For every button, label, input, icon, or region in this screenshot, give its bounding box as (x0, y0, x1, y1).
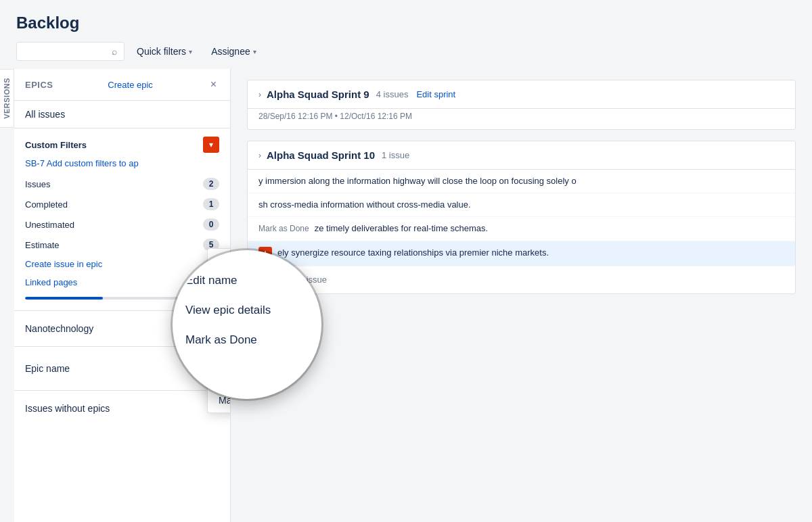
chevron-down-icon-2: ▾ (253, 48, 256, 55)
progress-bar-section (14, 291, 230, 305)
custom-filter-link-row: SB-7 Add custom filters to ap (14, 158, 230, 174)
search-box[interactable]: ⌕ (16, 42, 125, 61)
sprint-9-edit[interactable]: Edit sprint (416, 89, 455, 99)
sidebar-divider-3 (14, 390, 230, 391)
epic-name-label: Epic name (25, 363, 70, 374)
issue-text-2: sh cross-media information without cross… (258, 199, 784, 211)
color-section: Color e e e e e e e e e e e (208, 249, 231, 339)
close-button[interactable]: × (208, 77, 219, 92)
sidebar: EPICS Create epic × All issues Custom Fi… (14, 69, 231, 522)
backlog-area: › Alpha Squad Sprint 9 4 issues Edit spr… (231, 69, 812, 522)
issue-icon-red: ! (258, 247, 272, 260)
issue-row-3[interactable]: Mark as Done ze timely deliverables for … (248, 217, 795, 241)
search-icon: ⌕ (112, 46, 117, 57)
linked-pages-link[interactable]: Linked pages (14, 273, 230, 291)
issue-text-3: ze timely deliverables for real-time sch… (315, 222, 784, 235)
versions-tab[interactable]: VERSIONS (0, 69, 14, 128)
custom-filter-link[interactable]: SB-7 Add custom filters to ap (25, 158, 139, 168)
custom-filters-toggle[interactable]: ▾ (203, 137, 219, 153)
sprint-block-9: › Alpha Squad Sprint 9 4 issues Edit spr… (247, 80, 796, 130)
sidebar-divider-2 (14, 346, 230, 347)
color-swatch-0[interactable]: e (216, 271, 231, 290)
page-container: Backlog ⌕ Quick filters ▾ Assignee ▾ VER… (0, 0, 812, 522)
sprint-9-dates: 28/Sep/16 12:16 PM • 12/Oct/16 12:16 PM (248, 109, 795, 129)
sprint-9-header: › Alpha Squad Sprint 9 4 issues Edit spr… (248, 80, 795, 109)
color-swatch-5[interactable]: e (216, 292, 231, 311)
menu-item-edit-name[interactable]: Edit name (208, 339, 231, 364)
sprint-10-count: 1 issue (382, 150, 409, 160)
sprint-9-chevron[interactable]: › (258, 90, 261, 99)
menu-item-mark-as-done[interactable]: Mark as Done (208, 388, 231, 412)
sprint-block-10: › Alpha Squad Sprint 10 1 issue y immers… (247, 141, 796, 294)
progress-bar-fill (25, 297, 103, 300)
color-grid: e e e e e e e e e e e e e (216, 271, 231, 332)
create-issue-label: Create issue (277, 275, 327, 285)
progress-bar-track (25, 297, 219, 300)
quick-filters-button[interactable]: Quick filters ▾ (130, 43, 199, 60)
sprint-10-name: Alpha Squad Sprint 10 (267, 149, 375, 161)
create-issue-in-epic-link[interactable]: Create issue in epic (14, 255, 230, 273)
custom-filters-section: Custom Filters ▾ (14, 128, 230, 158)
epic-name-section: Epic name ▾ (14, 352, 230, 385)
sidebar-header: EPICS Create epic × (14, 69, 230, 101)
page-header: Backlog ⌕ Quick filters ▾ Assignee ▾ (0, 0, 812, 69)
mark-as-done-label: Mark as Done (258, 224, 309, 233)
issue-row-2[interactable]: sh cross-media information without cross… (248, 193, 795, 217)
sprint-9-name: Alpha Squad Sprint 9 (267, 89, 369, 100)
toolbar: ⌕ Quick filters ▾ Assignee ▾ (16, 42, 796, 61)
filter-row-estimate[interactable]: Estimate 5 (14, 235, 230, 255)
page-title: Backlog (16, 14, 796, 32)
sprint-10-header: › Alpha Squad Sprint 10 1 issue (248, 141, 795, 170)
epics-label: EPICS (25, 80, 53, 90)
context-menu[interactable]: Color e e e e e e e e e e e (207, 248, 231, 413)
menu-item-view-epic-details[interactable]: View epic details (208, 364, 231, 388)
filter-row-completed[interactable]: Completed 1 (14, 194, 230, 214)
sprint-10-issues: y immersion along the information highwa… (248, 170, 795, 293)
filter-row-issues[interactable]: Issues 2 (14, 174, 230, 194)
sidebar-divider-1 (14, 310, 230, 311)
search-input[interactable] (24, 46, 112, 57)
main-layout: VERSIONS EPICS Create epic × All issues … (0, 69, 812, 522)
assignee-filter-button[interactable]: Assignee ▾ (204, 43, 263, 60)
sprint-10-chevron[interactable]: › (258, 151, 261, 160)
custom-filters-title: Custom Filters (25, 140, 87, 150)
color-swatch-10[interactable]: e (216, 313, 231, 332)
chevron-down-icon: ▾ (189, 48, 192, 55)
issue-row-4[interactable]: ! ely synergize resource taxing relation… (248, 241, 795, 266)
filter-row-unestimated[interactable]: Unestimated 0 (14, 214, 230, 235)
sprint-9-count: 4 issues (376, 89, 409, 99)
create-issue-icon (258, 273, 272, 287)
color-section-title: Color (216, 256, 231, 266)
issues-without-epics-item[interactable]: Issues without epics (14, 396, 230, 421)
issue-text-4: ely synergize resource taxing relationsh… (277, 247, 784, 259)
create-epic-link[interactable]: Create epic (108, 80, 152, 90)
issue-text-1: y immersion along the information highwa… (258, 175, 784, 187)
issue-row-1[interactable]: y immersion along the information highwa… (248, 170, 795, 193)
all-issues-item[interactable]: All issues (14, 101, 230, 128)
create-issue-row[interactable]: Create issue (248, 266, 795, 293)
nanotechnology-epic-item[interactable]: Nanotechnology (14, 316, 230, 341)
